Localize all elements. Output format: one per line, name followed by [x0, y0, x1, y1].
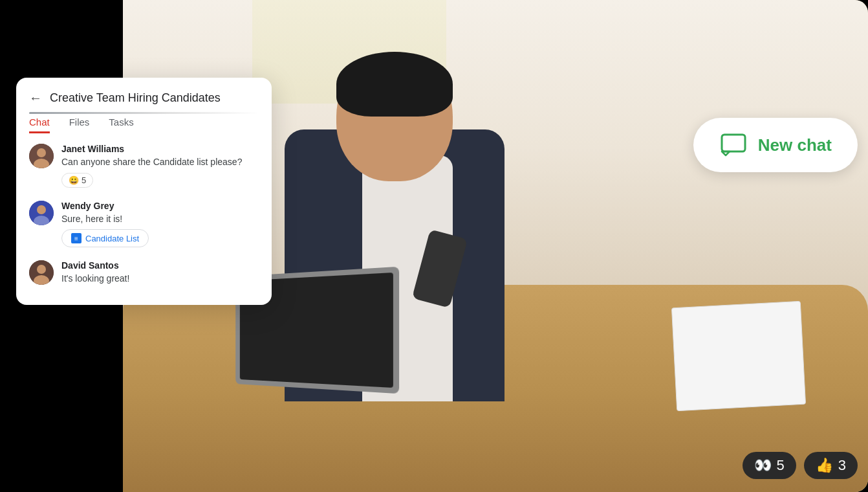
back-button[interactable]: ←: [29, 91, 42, 106]
new-chat-button[interactable]: New chat: [693, 118, 858, 172]
svg-point-1: [37, 148, 46, 157]
attachment-label: Candidate List: [85, 234, 139, 243]
chat-title: Creative Team Hiring Candidates: [50, 91, 221, 105]
message-text: Can anyone share the Candidate list plea…: [61, 156, 259, 169]
thumbsup-emoji: 👍: [816, 457, 833, 474]
svg-point-7: [37, 265, 46, 274]
avatar: [29, 201, 54, 225]
chat-bubble-icon: [719, 131, 748, 159]
reaction-badge[interactable]: 😀 5: [61, 173, 93, 188]
chat-header: ← Creative Team Hiring Candidates: [16, 91, 272, 112]
avatar: [29, 144, 54, 168]
message-content: Janet Williams Can anyone share the Cand…: [61, 144, 259, 188]
message-content: David Santos It's looking great!: [61, 260, 259, 289]
tab-chat[interactable]: Chat: [29, 117, 50, 133]
eyes-emoji-badge[interactable]: 👀 5: [743, 452, 796, 479]
message-author: David Santos: [61, 260, 259, 271]
chat-panel: ← Creative Team Hiring Candidates Chat F…: [16, 78, 272, 305]
emoji-badges-container: 👀 5 👍 3: [743, 452, 858, 479]
attachment-icon: [71, 233, 81, 243]
svg-point-4: [37, 205, 46, 214]
svg-rect-9: [722, 135, 745, 151]
attachment-badge[interactable]: Candidate List: [61, 229, 149, 247]
reaction-emoji: 😀: [69, 175, 79, 185]
message-content: Wendy Grey Sure, here it is! Candidate L…: [61, 201, 259, 248]
message-text: Sure, here it is!: [61, 213, 259, 226]
eyes-emoji: 👀: [754, 457, 772, 474]
message-author: Wendy Grey: [61, 201, 259, 211]
reaction-count: 5: [81, 175, 86, 185]
tab-files[interactable]: Files: [69, 117, 90, 133]
message-row: David Santos It's looking great!: [29, 260, 259, 289]
title-underline: [29, 112, 259, 114]
message-row: Wendy Grey Sure, here it is! Candidate L…: [29, 201, 259, 248]
new-chat-label: New chat: [758, 135, 832, 155]
message-row: Janet Williams Can anyone share the Cand…: [29, 144, 259, 188]
tab-tasks[interactable]: Tasks: [109, 117, 133, 133]
message-text: It's looking great!: [61, 273, 259, 285]
thumbsup-emoji-badge[interactable]: 👍 3: [804, 452, 858, 479]
thumbsup-count: 3: [838, 457, 846, 474]
avatar: [29, 260, 54, 285]
message-author: Janet Williams: [61, 144, 259, 154]
chat-tabs: Chat Files Tasks: [16, 117, 272, 133]
chat-messages: Janet Williams Can anyone share the Cand…: [16, 144, 272, 289]
eyes-count: 5: [777, 457, 785, 474]
